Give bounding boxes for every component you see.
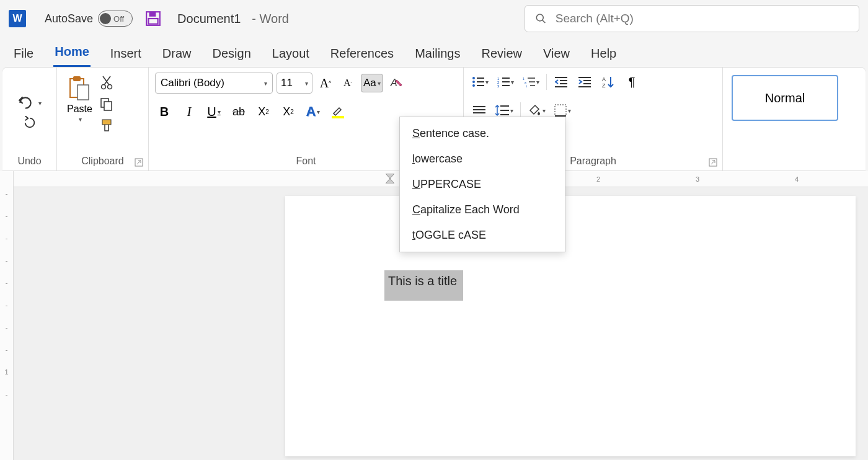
- svg-point-8: [101, 85, 105, 89]
- menu-uppercase[interactable]: UPPERCASE: [400, 172, 565, 197]
- paragraph-launcher-icon[interactable]: [709, 158, 717, 167]
- chevron-down-icon: ▾: [264, 80, 267, 87]
- vertical-ruler[interactable]: - - - - - - - - 1 -: [0, 171, 14, 460]
- menu-sentence-case[interactable]: Sentence case.: [400, 121, 565, 146]
- group-styles: Normal: [723, 68, 866, 170]
- font-size-select[interactable]: 11 ▾: [277, 73, 312, 94]
- search-input[interactable]: [556, 12, 849, 25]
- menu-lowercase[interactable]: lowercase: [400, 146, 565, 172]
- clear-format-icon: A: [389, 76, 403, 90]
- strikethrough-button[interactable]: ab: [229, 102, 248, 121]
- text-effects-button[interactable]: A ▾: [304, 102, 322, 121]
- svg-text:3: 3: [497, 84, 500, 87]
- chevron-down-icon[interactable]: ▾: [510, 107, 513, 114]
- paste-dropdown-icon[interactable]: ▾: [79, 116, 82, 123]
- search-bar[interactable]: [525, 5, 859, 32]
- tab-references[interactable]: References: [329, 43, 395, 67]
- tab-home[interactable]: Home: [53, 41, 91, 67]
- autosave-control[interactable]: AutoSave Off: [45, 11, 133, 27]
- decrease-indent-button[interactable]: [552, 73, 570, 91]
- repeat-icon[interactable]: [23, 116, 37, 130]
- shrink-font-button[interactable]: Aˇ: [339, 74, 357, 92]
- multilevel-icon: 1ai: [523, 76, 535, 87]
- svg-rect-13: [104, 102, 112, 110]
- font-name-select[interactable]: Calibri (Body) ▾: [155, 73, 273, 94]
- app-suffix: - Word: [252, 12, 289, 26]
- style-normal[interactable]: Normal: [732, 75, 838, 121]
- selected-text[interactable]: This is a title: [384, 270, 463, 301]
- bullets-button[interactable]: ▾: [470, 73, 490, 91]
- chevron-down-icon: ▾: [305, 80, 308, 87]
- multilevel-list-button[interactable]: 1ai▾: [521, 73, 541, 91]
- grow-font-button[interactable]: A^: [316, 74, 335, 92]
- justify-icon: [473, 105, 485, 115]
- numbering-button[interactable]: 123▾: [495, 73, 516, 91]
- tab-help[interactable]: Help: [590, 43, 618, 67]
- chevron-down-icon[interactable]: ▾: [568, 107, 571, 114]
- svg-text:A: A: [602, 76, 606, 82]
- menu-toggle-case[interactable]: tOGGLE cASE: [400, 223, 565, 248]
- autosave-toggle[interactable]: Off: [98, 11, 133, 27]
- tab-design[interactable]: Design: [211, 43, 252, 67]
- show-marks-button[interactable]: ¶: [622, 73, 641, 91]
- highlight-icon: [332, 105, 344, 118]
- undo-dropdown-icon[interactable]: ▾: [38, 100, 42, 107]
- clipboard-launcher-icon[interactable]: [135, 158, 143, 167]
- change-case-glyph: Aa: [363, 77, 376, 89]
- sort-button[interactable]: AZ: [599, 73, 618, 91]
- outdent-icon: [555, 76, 567, 87]
- svg-rect-17: [332, 116, 344, 118]
- numbering-icon: 123: [497, 76, 510, 87]
- bullets-icon: [472, 76, 484, 87]
- svg-rect-7: [78, 85, 89, 100]
- italic-button[interactable]: I: [180, 102, 198, 121]
- group-clipboard: Paste ▾ Clipboard: [57, 68, 149, 170]
- svg-marker-58: [386, 179, 394, 184]
- underline-button[interactable]: U▾: [205, 102, 223, 121]
- tab-mailings[interactable]: Mailings: [414, 43, 461, 67]
- svg-point-3: [536, 14, 543, 21]
- indent-marker-icon[interactable]: [386, 174, 394, 184]
- chevron-down-icon[interactable]: ▾: [511, 79, 514, 86]
- document-page[interactable]: This is a title: [285, 196, 856, 456]
- undo-icon[interactable]: [17, 96, 33, 110]
- svg-point-18: [472, 77, 475, 79]
- tab-file[interactable]: File: [12, 43, 35, 67]
- tab-draw[interactable]: Draw: [161, 43, 193, 67]
- increase-indent-button[interactable]: [575, 73, 594, 91]
- change-case-button[interactable]: Aa ▾: [361, 74, 383, 92]
- paste-button[interactable]: Paste ▾: [63, 73, 96, 125]
- font-size-value: 11: [281, 77, 293, 89]
- toggle-knob: [100, 13, 111, 24]
- svg-rect-54: [555, 105, 566, 116]
- chevron-down-icon[interactable]: ▾: [485, 79, 489, 86]
- cut-icon[interactable]: [100, 75, 113, 90]
- document-name: Document1: [177, 12, 241, 26]
- tab-view[interactable]: View: [542, 43, 571, 67]
- sort-icon: AZ: [602, 76, 614, 88]
- chevron-down-icon[interactable]: ▾: [317, 108, 320, 115]
- save-icon[interactable]: [145, 11, 161, 27]
- tab-layout[interactable]: Layout: [271, 43, 311, 67]
- clear-formatting-button[interactable]: A: [387, 74, 405, 92]
- title-bar: W AutoSave Off Document1 - Word: [0, 0, 868, 37]
- menu-capitalize-each-word[interactable]: Capitalize Each Word: [400, 197, 565, 223]
- format-painter-icon[interactable]: [100, 118, 113, 132]
- bold-button[interactable]: B: [155, 102, 174, 121]
- tab-insert[interactable]: Insert: [109, 43, 143, 67]
- chevron-down-icon[interactable]: ▾: [218, 108, 221, 115]
- ribbon-tabs: File Home Insert Draw Design Layout Refe…: [0, 37, 868, 67]
- copy-icon[interactable]: [100, 97, 113, 111]
- tab-review[interactable]: Review: [480, 43, 523, 67]
- superscript-button[interactable]: X2: [279, 102, 298, 121]
- autosave-label: AutoSave: [45, 12, 93, 25]
- highlight-color-button[interactable]: [329, 102, 347, 121]
- chevron-down-icon[interactable]: ▾: [536, 79, 539, 86]
- indent-icon: [578, 76, 591, 87]
- word-app-icon: W: [9, 10, 26, 27]
- font-name-value: Calibri (Body): [161, 77, 224, 89]
- subscript-button[interactable]: X2: [254, 102, 273, 121]
- chevron-down-icon[interactable]: ▾: [542, 107, 546, 114]
- line-spacing-icon: [495, 104, 509, 117]
- svg-line-10: [104, 76, 110, 85]
